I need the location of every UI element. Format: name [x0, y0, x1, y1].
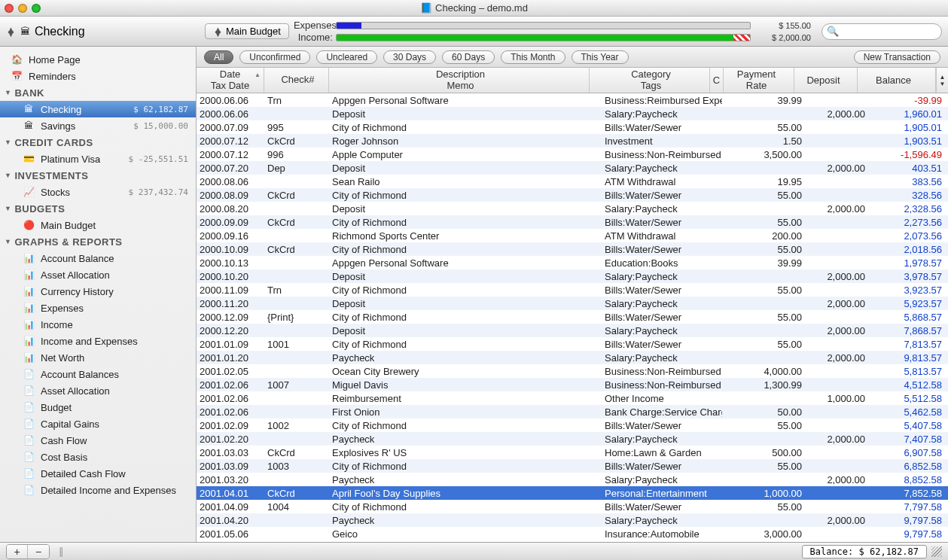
table-row[interactable]: 2001.02.06ReimbursementOther Income1,000… — [197, 391, 948, 405]
col-cleared[interactable]: C — [710, 68, 724, 93]
table-row[interactable]: 2001.01.091001City of RichmondBills:Wate… — [197, 337, 948, 351]
resize-grip[interactable] — [931, 546, 942, 557]
disclosure-triangle-icon: ▼ — [5, 138, 11, 146]
table-row[interactable]: 2001.02.05Ocean City BreweryBusiness:Non… — [197, 364, 948, 378]
table-row[interactable]: 2000.08.20DepositSalary:Paycheck2,000.00… — [197, 202, 948, 215]
table-row[interactable]: 2000.06.06DepositSalary:Paycheck2,000.00… — [197, 107, 948, 120]
table-row[interactable]: 2000.07.12996Apple ComputerBusiness:Non-… — [197, 148, 948, 161]
cell-deposit: 2,000.00 — [806, 434, 870, 445]
sidebar-item[interactable]: 📄Cost Basis — [0, 449, 196, 465]
sidebar-icon: 📄 — [23, 385, 35, 396]
table-row[interactable]: 2000.07.12CkCrdRoger JohnsonInvestment1.… — [197, 134, 948, 148]
table-row[interactable]: 2000.06.06TrnAppgen Personal SoftwareBus… — [197, 93, 948, 107]
filter-pill[interactable]: All — [204, 50, 233, 64]
table-row[interactable]: 2000.07.09995City of RichmondBills:Water… — [197, 120, 948, 134]
sidebar-item[interactable]: 📊Expenses — [0, 300, 196, 316]
sidebar-group-header[interactable]: ▼INVESTMENTS — [0, 167, 196, 184]
cell-payment: 3,500.00 — [736, 149, 806, 160]
col-check[interactable]: Check# — [264, 68, 329, 93]
sidebar-item[interactable]: 📄Budget — [0, 399, 196, 415]
scroll-up-icon[interactable]: ▲▼ — [936, 68, 948, 93]
sidebar-group-header[interactable]: ▼GRAPHS & REPORTS — [0, 233, 196, 250]
col-description[interactable]: DescriptionMemo — [329, 68, 590, 93]
splitter-handle[interactable]: ‖ — [59, 546, 64, 557]
sidebar-item[interactable]: 🔴Main Budget — [0, 217, 196, 233]
table-row[interactable]: 2001.04.01CkCrdApril Fool's Day Supplies… — [197, 486, 948, 500]
sidebar-item[interactable]: 📄Detailed Income and Expenses — [0, 482, 196, 498]
table-row[interactable]: 2001.04.091004City of RichmondBills:Wate… — [197, 500, 948, 513]
table-row[interactable]: 2000.10.20DepositSalary:Paycheck2,000.00… — [197, 269, 948, 283]
minimize-button[interactable] — [18, 4, 27, 13]
col-balance[interactable]: Balance — [858, 68, 936, 93]
sidebar-group-header[interactable]: ▼CREDIT CARDS — [0, 134, 196, 151]
sidebar-icon: 📄 — [23, 435, 35, 446]
sidebar-item[interactable]: 📄Account Balances — [0, 366, 196, 382]
sidebar-item[interactable]: 🏛Savings$ 15,000.00 — [0, 117, 196, 134]
filter-pill[interactable]: Unconfirmed — [239, 50, 310, 64]
table-row[interactable]: 2000.09.16Richmond Sports CenterATM With… — [197, 229, 948, 242]
zoom-button[interactable] — [32, 4, 41, 13]
sidebar-item[interactable]: 📅Reminders — [0, 68, 196, 84]
sidebar-item[interactable]: 🏠Home Page — [0, 51, 196, 68]
table-row[interactable]: 2000.11.20DepositSalary:Paycheck2,000.00… — [197, 297, 948, 310]
table-row[interactable]: 2001.05.06GeicoInsurance:Automobile3,000… — [197, 527, 948, 540]
sidebar-item[interactable]: 📊Currency History — [0, 283, 196, 300]
table-row[interactable]: 2000.07.20DepDepositSalary:Paycheck2,000… — [197, 161, 948, 175]
sidebar-item[interactable]: 📊Income and Expenses — [0, 333, 196, 349]
sidebar-item[interactable]: 📊Asset Allocation — [0, 266, 196, 283]
filter-pill[interactable]: 30 Days — [383, 50, 436, 64]
sidebar-item[interactable]: 💳Platinum Visa$ -25,551.51 — [0, 151, 196, 167]
search-input[interactable] — [821, 23, 942, 40]
col-date[interactable]: DateTax Date▲ — [197, 68, 264, 93]
add-button[interactable]: + — [7, 545, 28, 558]
budget-selector[interactable]: ▲▼ Main Budget — [205, 23, 289, 39]
sidebar-item[interactable]: 🏛Checking$ 62,182.87 — [0, 101, 196, 117]
close-button[interactable] — [5, 4, 14, 13]
sidebar-group-header[interactable]: ▼BANK — [0, 84, 196, 101]
account-selector[interactable]: ▲▼ 🏛 Checking — [6, 25, 194, 38]
table-row[interactable]: 2001.03.20PaycheckSalary:Paycheck2,000.0… — [197, 473, 948, 486]
col-deposit[interactable]: Deposit — [794, 68, 858, 93]
sidebar-item[interactable]: 📄Cash Flow — [0, 432, 196, 449]
table-row[interactable]: 2001.01.20PaycheckSalary:Paycheck2,000.0… — [197, 351, 948, 364]
filter-pill[interactable]: This Year — [572, 50, 629, 64]
sidebar-icon: 🏛 — [23, 104, 35, 114]
cell-check: CkCrd — [264, 135, 329, 147]
table-row[interactable]: 2001.04.20PaycheckSalary:Paycheck2,000.0… — [197, 513, 948, 527]
cell-description: Reimbursement — [329, 393, 602, 404]
new-transaction-button[interactable]: New Transaction — [854, 50, 940, 64]
sidebar-group-header[interactable]: ▼BUDGETS — [0, 200, 196, 217]
table-row[interactable]: 2000.12.09{Print}City of RichmondBills:W… — [197, 310, 948, 324]
table-row[interactable]: 2001.02.091002City of RichmondBills:Wate… — [197, 418, 948, 432]
search-field[interactable]: 🔍 — [821, 23, 942, 40]
filter-pill[interactable]: This Month — [501, 50, 565, 64]
table-row[interactable]: 2000.11.09TrnCity of RichmondBills:Water… — [197, 283, 948, 297]
table-row[interactable]: 2000.12.20DepositSalary:Paycheck2,000.00… — [197, 324, 948, 337]
sidebar-item[interactable]: 📊Net Worth — [0, 349, 196, 366]
sidebar-item[interactable]: 📄Capital Gains — [0, 415, 196, 432]
sidebar-item[interactable]: 📊Account Balance — [0, 250, 196, 266]
sidebar-item[interactable]: 📄Asset Allocation — [0, 382, 196, 399]
cell-category: Bills:Water/Sewer — [602, 420, 722, 431]
table-row[interactable]: 2001.03.03CkCrdExplosives R' USHome:Lawn… — [197, 446, 948, 459]
transaction-rows[interactable]: 2000.06.06TrnAppgen Personal SoftwareBus… — [197, 93, 948, 542]
sidebar-item[interactable]: 📄Detailed Cash Flow — [0, 465, 196, 482]
table-row[interactable]: 2001.03.091003City of RichmondBills:Wate… — [197, 459, 948, 473]
table-row[interactable]: 2001.02.06First OnionBank Charge:Service… — [197, 405, 948, 418]
sidebar-item[interactable]: 📈Stocks$ 237,432.74 — [0, 184, 196, 200]
table-row[interactable]: 2000.10.09CkCrdCity of RichmondBills:Wat… — [197, 242, 948, 256]
filter-pill[interactable]: Uncleared — [316, 50, 377, 64]
col-payment[interactable]: PaymentRate — [724, 68, 794, 93]
filter-pill[interactable]: 60 Days — [442, 50, 495, 64]
col-category[interactable]: CategoryTags — [590, 68, 710, 93]
table-row[interactable]: 2000.10.13Appgen Personal SoftwareEducat… — [197, 256, 948, 269]
sidebar-icon: 📅 — [11, 71, 23, 81]
table-row[interactable]: 2000.08.09CkCrdCity of RichmondBills:Wat… — [197, 188, 948, 202]
table-row[interactable]: 2001.02.061007Miguel DavisBusiness:Non-R… — [197, 378, 948, 391]
table-row[interactable]: 2000.09.09CkCrdCity of RichmondBills:Wat… — [197, 215, 948, 229]
sidebar-label: Detailed Income and Expenses — [41, 485, 176, 496]
table-row[interactable]: 2000.08.06Sean RailoATM Withdrawal19.953… — [197, 175, 948, 188]
sidebar-item[interactable]: 📊Income — [0, 316, 196, 333]
table-row[interactable]: 2001.02.20PaycheckSalary:Paycheck2,000.0… — [197, 432, 948, 446]
remove-button[interactable]: − — [28, 545, 49, 558]
